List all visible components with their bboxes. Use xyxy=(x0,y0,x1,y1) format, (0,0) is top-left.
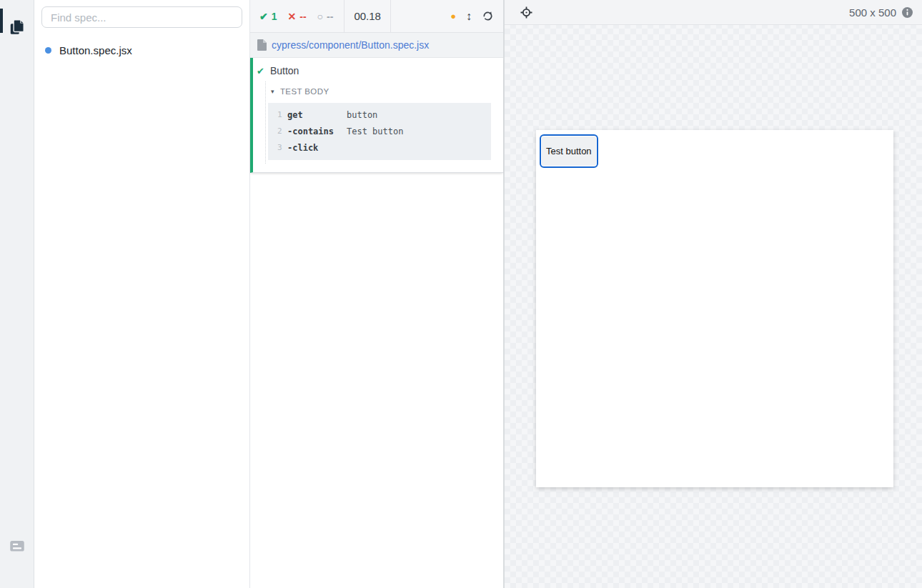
info-icon xyxy=(902,7,913,18)
auto-scroll-toggle[interactable]: ↕ xyxy=(466,10,472,23)
command-row[interactable]: 1 get button xyxy=(268,106,491,123)
command-number: 2 xyxy=(268,126,287,136)
command-method: get xyxy=(287,110,347,120)
viewport-info: 500 x 500 xyxy=(849,6,913,19)
component-stage: Test button xyxy=(536,130,893,487)
specs-nav-button[interactable] xyxy=(7,17,27,37)
aut-test-button[interactable]: Test button xyxy=(542,136,596,166)
crosshair-target-icon xyxy=(520,6,532,19)
file-icon xyxy=(257,39,267,51)
pending-circle-icon: ○ xyxy=(317,11,323,22)
keyboard-shortcuts-button[interactable] xyxy=(7,536,27,556)
spec-list-panel: Button.spec.jsx xyxy=(34,0,250,588)
active-spec-dot-icon xyxy=(45,47,51,54)
viewport-size-label: 500 x 500 xyxy=(849,6,896,19)
command-number: 1 xyxy=(268,110,287,119)
spec-path-link[interactable]: cypress/component/Button.spec.jsx xyxy=(272,39,429,51)
stat-failed: ✕ -- xyxy=(288,11,307,22)
refresh-icon xyxy=(482,10,494,22)
check-icon: ✔ xyxy=(259,11,268,22)
active-nav-indicator xyxy=(0,9,3,33)
reporter-panel: ✔ 1 ✕ -- ○ -- 00.18 ● ↕ xyxy=(250,0,504,588)
selector-playground-button[interactable] xyxy=(520,6,532,19)
test-stats: ✔ 1 ✕ -- ○ -- xyxy=(250,0,344,32)
stacked-documents-icon xyxy=(8,18,26,36)
up-down-arrow-icon: ↕ xyxy=(466,10,472,23)
aut-preview-header: 500 x 500 xyxy=(505,0,922,25)
find-spec-input[interactable] xyxy=(41,6,242,28)
test-passed-check-icon: ✔ xyxy=(257,66,264,76)
command-log: 1 get button 2 -contains Test button 3 -… xyxy=(268,103,491,160)
command-row[interactable]: 2 -contains Test button xyxy=(268,123,491,139)
spec-path-row: cypress/component/Button.spec.jsx xyxy=(250,33,503,58)
command-message: Test button xyxy=(347,126,491,136)
collapse-triangle-icon: ▾ xyxy=(271,88,274,95)
rerun-tests-button[interactable] xyxy=(482,10,494,22)
command-row[interactable]: 3 -click xyxy=(268,139,491,156)
test-result-block: ✔ Button ▾ TEST BODY 1 get button 2 -con… xyxy=(250,58,503,173)
stat-passed: ✔ 1 xyxy=(259,11,277,22)
test-title-row[interactable]: ✔ Button xyxy=(253,58,503,76)
reporter-controls: ● ↕ xyxy=(450,0,503,32)
spec-list-item[interactable]: Button.spec.jsx xyxy=(34,41,249,59)
command-method: -contains xyxy=(287,126,347,136)
spec-item-label: Button.spec.jsx xyxy=(59,44,132,56)
passed-count: 1 xyxy=(272,11,277,22)
failed-count: -- xyxy=(299,11,306,22)
yellow-dot-icon: ● xyxy=(450,11,456,21)
reporter-header: ✔ 1 ✕ -- ○ -- 00.18 ● ↕ xyxy=(250,0,503,33)
keyboard-icon xyxy=(8,537,26,555)
command-number: 3 xyxy=(268,143,287,152)
run-duration: 00.18 xyxy=(344,0,391,32)
test-body-label: TEST BODY xyxy=(280,87,329,96)
viewport-info-button[interactable] xyxy=(902,7,913,18)
status-dot-toggle[interactable]: ● xyxy=(450,11,456,21)
test-title: Button xyxy=(270,65,299,76)
test-body-section-header[interactable]: ▾ TEST BODY xyxy=(271,87,503,96)
command-message: button xyxy=(347,110,491,120)
app-icon-rail xyxy=(0,0,34,588)
fail-x-icon: ✕ xyxy=(288,11,297,22)
command-method: -click xyxy=(287,143,347,153)
pending-count: -- xyxy=(327,11,333,22)
aut-preview-panel: 500 x 500 Test button xyxy=(504,0,922,588)
stat-pending: ○ -- xyxy=(317,11,334,22)
